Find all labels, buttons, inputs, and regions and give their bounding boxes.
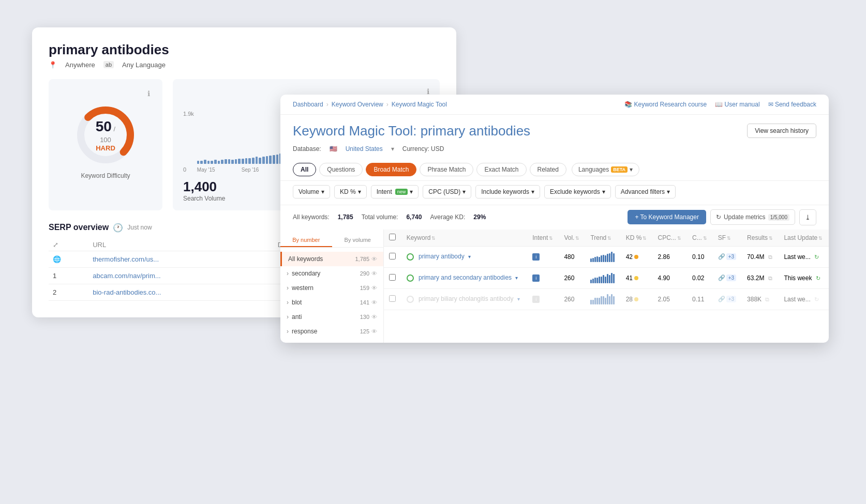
filter-intent[interactable]: Intent new ▾ (371, 185, 419, 198)
breadcrumb-item[interactable]: Keyword Overview (332, 101, 383, 108)
front-card-title-row: Keyword Magic Tool: primary antibodies V… (280, 115, 829, 143)
keyword-link[interactable]: primary and secondary antibodies (419, 274, 512, 281)
serp-url[interactable]: thermofisher.com/us... (88, 251, 274, 267)
sidebar-item-label: anti (292, 313, 302, 320)
th-filter-icon[interactable]: ⇅ (727, 236, 731, 241)
sidebar-item-western[interactable]: › western 159 👁 (280, 281, 383, 295)
sidebar-item-blot[interactable]: › blot 141 👁 (280, 295, 383, 310)
donut-info-icon: ℹ (147, 89, 150, 98)
row-checkbox[interactable] (389, 295, 396, 302)
tab-broad-match[interactable]: Broad Match (366, 163, 416, 176)
trend-bar (611, 294, 613, 304)
sidebar-tab-by-volume[interactable]: By volume (332, 234, 384, 247)
sf-link-icon: 🔗 (718, 296, 725, 302)
chevron-down-icon: ▾ (630, 166, 633, 173)
td-checkbox[interactable] (384, 246, 401, 267)
breadcrumb-item[interactable]: Keyword Magic Tool (392, 101, 447, 108)
languages-button[interactable]: Languages BETA ▾ (572, 163, 639, 176)
view-history-button[interactable]: View search history (747, 124, 816, 138)
th-filter-icon[interactable]: ⇅ (549, 236, 553, 241)
chevron-down-icon: ▾ (462, 188, 466, 195)
filter-volume[interactable]: Volume ▾ (293, 185, 330, 198)
keyword-link[interactable]: primary antibody (419, 253, 465, 260)
table-header-row: Keyword⇅Intent⇅Vol.⇅Trend⇅KD %⇅CPC...⇅C.… (384, 230, 829, 247)
keyword-link[interactable]: primary biliary cholangitis antibody (419, 295, 513, 302)
trend-bar (594, 257, 596, 262)
sidebar-item-secondary[interactable]: › secondary 290 👁 (280, 266, 383, 281)
copy-icon[interactable]: ⧉ (768, 254, 772, 260)
row-checkbox[interactable] (389, 274, 396, 281)
th-filter-icon[interactable]: ⇅ (769, 236, 773, 241)
sidebar-item-response[interactable]: › response 125 👁 (280, 324, 383, 339)
filter-label: Volume (298, 188, 319, 195)
filter-exclude-keywords[interactable]: Exclude keywords ▾ (544, 185, 611, 198)
eye-icon: 👁 (371, 256, 377, 262)
chart-bar (245, 158, 248, 164)
total-volume-label: Total volume: (362, 213, 398, 221)
trend-bar (611, 273, 613, 283)
th-filter-icon[interactable]: ⇅ (703, 236, 707, 241)
filter-kd-%[interactable]: KD % ▾ (334, 185, 367, 198)
trend-bar (609, 275, 610, 283)
th-filter-icon[interactable]: ⇅ (607, 236, 611, 241)
tab-all[interactable]: All (293, 163, 316, 176)
td-trend (585, 288, 620, 310)
header-link[interactable]: ✉ Send feedback (768, 101, 816, 108)
copy-icon[interactable]: ⧉ (768, 275, 772, 281)
sidebar-item-count: 290 (360, 270, 369, 277)
sidebar-item-label: secondary (292, 270, 320, 277)
expand-icon: › (287, 284, 289, 292)
td-checkbox[interactable] (384, 267, 401, 288)
th-filter-icon[interactable]: ⇅ (643, 236, 647, 241)
th-filter-icon[interactable]: ⇅ (818, 236, 823, 241)
th-filter-icon[interactable]: ⇅ (677, 236, 681, 241)
tab-exact-match[interactable]: Exact Match (476, 163, 526, 176)
sidebar-tab-by-number[interactable]: By number (280, 234, 332, 247)
select-all-checkbox[interactable] (389, 234, 396, 240)
tab-related[interactable]: Related (530, 163, 566, 176)
donut-area: ℹ 50 / 100 HARD Keyword Difficulty (49, 79, 162, 210)
location-icon: 📍 (49, 61, 57, 69)
breadcrumb-item[interactable]: Dashboard (293, 101, 323, 108)
th-label: Vol. (564, 234, 574, 241)
td-cpc: 2.86 (652, 246, 687, 267)
keyword-expand-icon[interactable]: ▾ (468, 254, 471, 259)
sf-link-icon: 🔗 (718, 253, 725, 260)
sidebar-item-All-keywords[interactable]: All keywords 1,785 👁 (280, 252, 383, 266)
sidebar-items: All keywords 1,785 👁 › secondary 290 👁 ›… (280, 252, 383, 339)
filter-include-keywords[interactable]: Include keywords ▾ (475, 185, 540, 198)
header-link[interactable]: 📖 User manual (715, 101, 759, 108)
tab-phrase-match[interactable]: Phrase Match (420, 163, 473, 176)
trend-bar (596, 298, 598, 304)
th-filter-icon[interactable]: ⇅ (431, 236, 436, 241)
tab-questions[interactable]: Questions (319, 163, 363, 176)
update-metrics-button[interactable]: ↻ Update metrics 1/5,000 (710, 209, 795, 225)
chart-bar (238, 159, 241, 164)
serp-url[interactable]: abcam.com/nav/prim... (88, 267, 274, 284)
td-checkbox[interactable] (384, 288, 401, 310)
filter-advanced-filters[interactable]: Advanced filters ▾ (615, 185, 676, 198)
sidebar-item-anti[interactable]: › anti 130 👁 (280, 310, 383, 324)
refresh-icon[interactable]: ↻ (814, 254, 819, 260)
trend-bar (596, 256, 598, 262)
header-link[interactable]: 📚 Keyword Research course (624, 101, 707, 108)
chart-bar (218, 161, 220, 164)
th-filter-icon[interactable]: ⇅ (575, 236, 579, 241)
filter-cpc-(usd)[interactable]: CPC (USD) ▾ (423, 185, 471, 198)
refresh-icon[interactable]: ↻ (816, 275, 820, 281)
export-button[interactable]: ⤓ (799, 209, 816, 225)
serp-url[interactable]: bio-rad-antibodies.co... (88, 284, 274, 300)
keyword-expand-icon[interactable]: ▾ (515, 275, 518, 281)
language-value: Any Language (122, 61, 166, 69)
keyword-table: Keyword⇅Intent⇅Vol.⇅Trend⇅KD %⇅CPC...⇅C.… (384, 230, 829, 310)
filter-label: KD % (340, 188, 356, 195)
th-results: Results⇅ (742, 230, 779, 247)
trend-bar (599, 257, 600, 262)
to-keyword-manager-button[interactable]: + To Keyword Manager (628, 210, 706, 224)
db-value[interactable]: United States (346, 145, 383, 152)
row-checkbox[interactable] (389, 253, 396, 259)
trend-bar (594, 278, 596, 283)
keyword-expand-icon[interactable]: ▾ (517, 296, 520, 302)
copy-icon[interactable]: ⧉ (765, 296, 769, 302)
refresh-icon[interactable]: ↻ (814, 296, 819, 302)
